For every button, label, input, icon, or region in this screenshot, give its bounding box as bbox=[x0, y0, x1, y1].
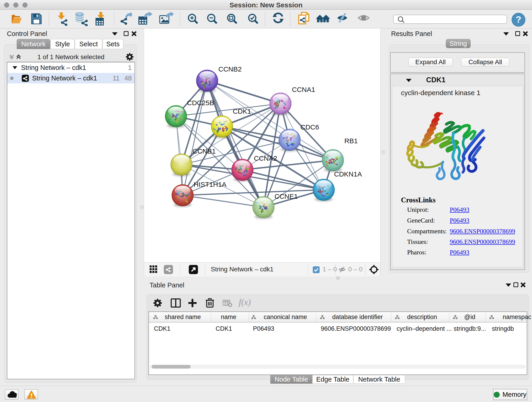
svg-text:CDC6: CDC6 bbox=[300, 123, 319, 131]
svg-text:?: ? bbox=[516, 14, 521, 25]
svg-text:CDK1: CDK1 bbox=[233, 108, 251, 115]
svg-text:CCNE1: CCNE1 bbox=[274, 192, 298, 200]
svg-text:CDC25B: CDC25B bbox=[187, 99, 214, 107]
svg-text:CCNB2: CCNB2 bbox=[218, 65, 242, 73]
svg-text:CCNA2: CCNA2 bbox=[254, 154, 277, 162]
svg-text:CCNA1: CCNA1 bbox=[292, 86, 315, 93]
svg-text:CDKN1A: CDKN1A bbox=[334, 170, 362, 178]
svg-text:RB1: RB1 bbox=[344, 137, 358, 145]
svg-text:CCNB1: CCNB1 bbox=[192, 147, 216, 155]
svg-text:HIST1H1A: HIST1H1A bbox=[194, 181, 226, 188]
